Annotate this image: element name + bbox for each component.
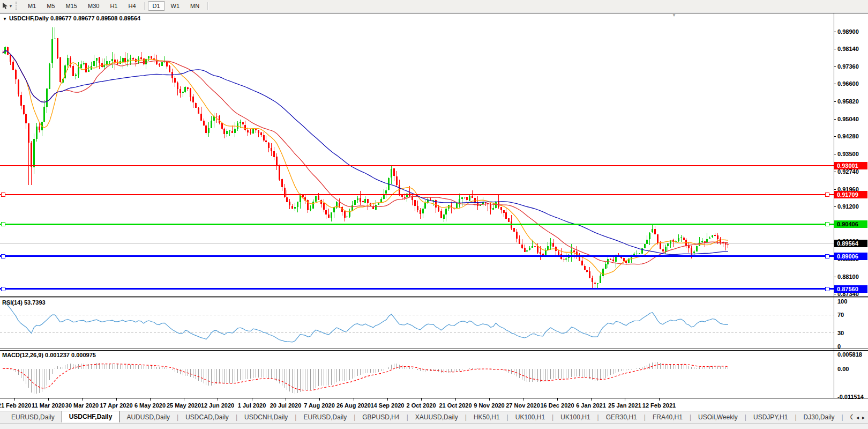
timeframe-button-h1[interactable]: H1 bbox=[105, 1, 122, 11]
chart-tab-gbpusd-h4[interactable]: GBPUSD,H4 bbox=[355, 412, 406, 423]
date-tick-mark bbox=[48, 398, 49, 401]
timeframe-button-w1[interactable]: W1 bbox=[166, 1, 185, 11]
price-tick-label: 0.97360 bbox=[837, 63, 859, 70]
price-tick-mark bbox=[834, 136, 836, 137]
date-tick-mark bbox=[591, 398, 592, 401]
chart-tab-audusd-daily[interactable]: AUDUSD,Daily bbox=[119, 412, 177, 423]
timeframe-button-d1[interactable]: D1 bbox=[148, 1, 165, 11]
cursor-icon bbox=[2, 2, 9, 10]
date-tick-mark bbox=[150, 398, 151, 401]
main-panel-bottom-border bbox=[0, 296, 868, 297]
macd-axis-label: -0.011514 bbox=[837, 394, 864, 400]
chart-tab-eurusd-daily[interactable]: EURUSD,Daily bbox=[4, 412, 62, 423]
price-tick-mark bbox=[834, 119, 836, 120]
date-tick-mark bbox=[625, 398, 625, 401]
chart-title: ▼USDCHF,Daily 0.89677 0.89677 0.89508 0.… bbox=[3, 15, 140, 21]
price-tick-mark bbox=[834, 206, 836, 207]
status-strip bbox=[0, 423, 868, 429]
chart-tab-uk100-h1[interactable]: UK100,H1 bbox=[553, 412, 597, 423]
rsi-indicator-label: RSI(14) 53.7393 bbox=[2, 299, 46, 306]
chart-shift-marker-icon[interactable]: ▼ bbox=[672, 13, 676, 18]
date-tick-mark bbox=[387, 398, 388, 401]
price-tick-label: 0.88100 bbox=[837, 273, 859, 280]
price-tick-label: 0.95820 bbox=[837, 98, 859, 105]
price-tick-label: 0.98140 bbox=[837, 46, 859, 52]
tab-scroll-right-button[interactable]: ▸ bbox=[862, 415, 865, 420]
ma-10-line[interactable] bbox=[3, 50, 728, 275]
price-tick-label: 0.98900 bbox=[837, 28, 859, 35]
date-tick-mark bbox=[184, 398, 184, 401]
chart-top-border bbox=[0, 13, 868, 13]
timeframe-button-m30[interactable]: M30 bbox=[83, 1, 104, 11]
timeframe-button-m15[interactable]: M15 bbox=[61, 1, 82, 11]
date-tick-mark bbox=[218, 398, 218, 401]
date-tick-mark bbox=[82, 398, 83, 401]
chart-window: ▼USDCHF,Daily 0.89677 0.89677 0.89508 0.… bbox=[0, 13, 868, 411]
candlestick-series bbox=[2, 27, 729, 290]
toolbar-separator bbox=[144, 2, 145, 10]
tab-scroll-controls: ◂ ▸ bbox=[853, 415, 868, 420]
level-price-label: 0.93001 bbox=[834, 162, 867, 169]
chart-tab-usdjpy-h1[interactable]: USDJPY,H1 bbox=[746, 412, 795, 423]
level-price-label: 0.90406 bbox=[834, 220, 867, 228]
chart-tab-ger30-h1[interactable]: GER30,H1 bbox=[599, 412, 644, 423]
level-price-label: 0.87560 bbox=[834, 285, 867, 293]
terminal-window: ▾ M1M5M15M30H1H4D1W1MN ▼USDCHF,Daily 0.8… bbox=[0, 0, 868, 429]
date-tick-mark bbox=[14, 398, 15, 401]
horizontal-level-lines[interactable] bbox=[0, 166, 834, 291]
cursor-dropdown-caret-icon[interactable]: ▾ bbox=[10, 4, 12, 9]
price-tick-mark bbox=[834, 154, 836, 154]
price-tick-mark bbox=[834, 32, 836, 32]
date-label: 12 Feb 2021 bbox=[635, 402, 683, 409]
macd-axis-label: 0.00 bbox=[837, 366, 849, 372]
date-tick-mark bbox=[455, 398, 456, 401]
ma-25-line[interactable] bbox=[3, 50, 728, 264]
rsi-panel[interactable] bbox=[0, 298, 834, 349]
timeframe-button-m5[interactable]: M5 bbox=[42, 1, 59, 11]
price-tick-mark bbox=[834, 66, 836, 67]
rsi-panel-top-border bbox=[0, 298, 868, 298]
timeframe-button-mn[interactable]: MN bbox=[185, 1, 204, 11]
tab-scroll-left-button[interactable]: ◂ bbox=[856, 415, 859, 420]
cursor-tool-button[interactable] bbox=[1, 2, 9, 10]
chart-tab-dj30-daily[interactable]: DJ30,Daily bbox=[797, 412, 842, 423]
chart-tab-china300-h1[interactable]: CHINA300,H1 bbox=[843, 412, 853, 423]
chart-tab-usdcad-daily[interactable]: USDCAD,Daily bbox=[178, 412, 236, 423]
date-tick-mark bbox=[489, 398, 490, 401]
chart-tab-usdcnh-daily[interactable]: USDCNH,Daily bbox=[237, 412, 295, 423]
price-tick-mark bbox=[834, 101, 836, 102]
price-axis[interactable]: 0.989000.981400.973600.966000.958200.950… bbox=[834, 13, 868, 411]
chart-collapse-icon[interactable]: ▼ bbox=[3, 17, 7, 21]
rsi-axis-label: 100 bbox=[837, 298, 847, 305]
timeframe-button-m1[interactable]: M1 bbox=[23, 1, 41, 11]
price-tick-mark bbox=[834, 189, 836, 190]
date-axis[interactable]: 21 Feb 202011 Mar 202030 Mar 202017 Apr … bbox=[0, 398, 834, 411]
level-price-label: 0.91709 bbox=[834, 191, 867, 198]
chart-tab-eurusd-daily[interactable]: EURUSD,Daily bbox=[296, 412, 354, 423]
macd-indicator-label: MACD(12,26,9) 0.001237 0.000975 bbox=[2, 352, 96, 358]
timeframe-button-h4[interactable]: H4 bbox=[123, 1, 140, 11]
price-tick-label: 0.95040 bbox=[837, 116, 859, 122]
price-tick-label: 0.91200 bbox=[837, 203, 859, 210]
date-tick-mark bbox=[286, 398, 286, 401]
chart-tab-hk50-h1[interactable]: HK50,H1 bbox=[467, 412, 507, 423]
chart-tab-uk100-h1[interactable]: UK100,H1 bbox=[508, 412, 552, 423]
rsi-line bbox=[5, 301, 728, 342]
level-price-label: 0.89006 bbox=[834, 253, 867, 260]
macd-panel-top-border bbox=[0, 350, 868, 351]
macd-panel[interactable] bbox=[0, 350, 834, 398]
chart-tab-xauusd-daily[interactable]: XAUUSD,Daily bbox=[408, 412, 465, 423]
chart-tab-fra40-h1[interactable]: FRA40,H1 bbox=[646, 412, 690, 423]
price-tick-mark bbox=[834, 49, 836, 49]
chart-ohlc-readout: 0.89677 0.89677 0.89508 0.89564 bbox=[50, 15, 140, 21]
chart-tab-usdchf-daily[interactable]: USDCHF,Daily bbox=[62, 411, 120, 423]
candlestick-chart[interactable] bbox=[0, 13, 834, 296]
price-tick-mark bbox=[834, 84, 836, 84]
chart-tab-usoil-weekly[interactable]: USOil,Weekly bbox=[691, 412, 745, 423]
chart-symbol-label: USDCHF,Daily bbox=[9, 15, 49, 21]
rsi-axis-label: 0 bbox=[837, 343, 841, 350]
timeframe-toolbar: ▾ M1M5M15M30H1H4D1W1MN bbox=[0, 0, 868, 12]
macd-histogram bbox=[3, 362, 728, 394]
date-tick-mark bbox=[421, 398, 422, 401]
date-tick-mark bbox=[116, 398, 117, 401]
